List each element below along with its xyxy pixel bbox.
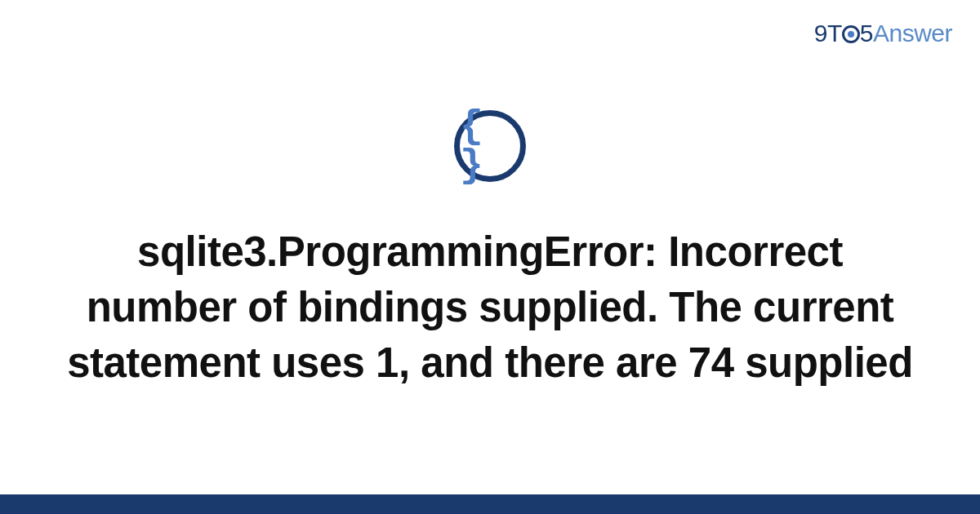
- icon-circle: { }: [454, 110, 526, 182]
- logo-clock-icon: [842, 20, 860, 47]
- category-icon-container: { }: [454, 110, 526, 182]
- logo-text-5: 5: [860, 20, 873, 47]
- logo-text-9t: 9T: [814, 20, 842, 47]
- site-logo: 9T5Answer: [814, 20, 952, 47]
- footer-bar: [0, 494, 980, 514]
- code-braces-icon: { }: [460, 107, 520, 185]
- question-title: sqlite3.ProgrammingError: Incorrect numb…: [57, 224, 923, 390]
- logo-text-answer: Answer: [873, 20, 952, 47]
